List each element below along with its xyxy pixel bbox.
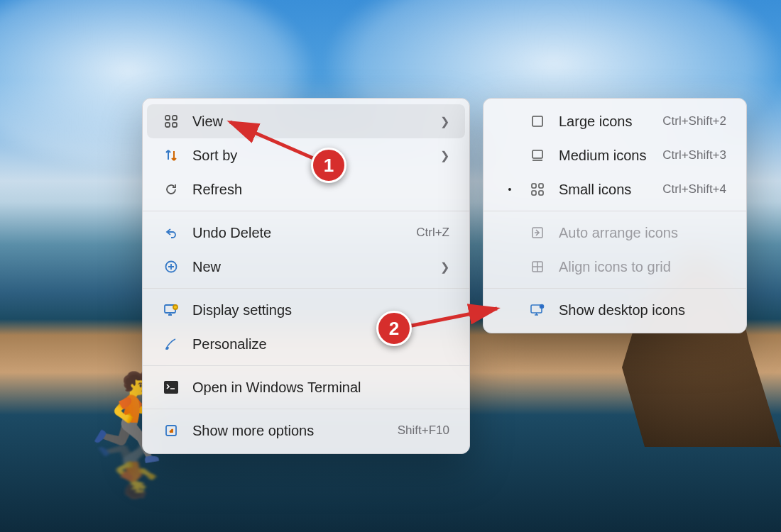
svg-line-20 — [408, 309, 497, 326]
callout-number: 2 — [389, 318, 399, 340]
callout-badge-2: 2 — [376, 311, 412, 346]
desktop-wallpaper[interactable]: 🏃 🏃 View ❯ Sort by ❯ — [0, 0, 781, 532]
